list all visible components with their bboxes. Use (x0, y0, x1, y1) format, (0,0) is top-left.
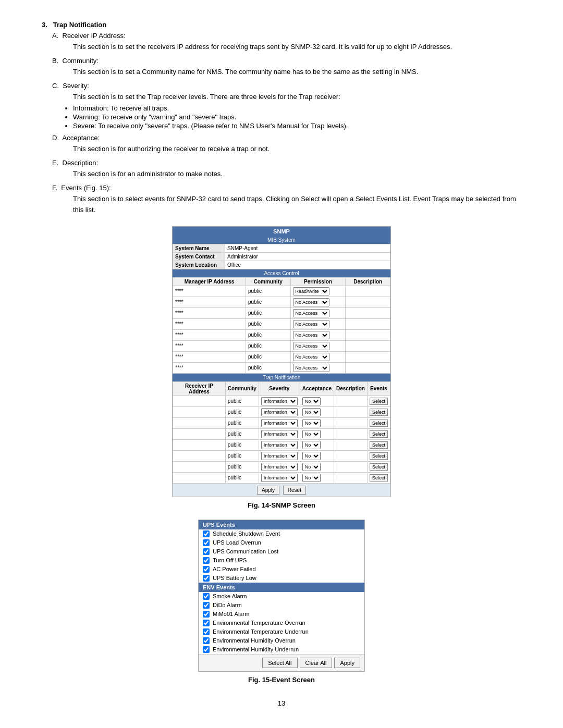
severity-select[interactable]: InformationWarningSevere (261, 430, 298, 438)
severity-select[interactable]: InformationWarningSevere (261, 452, 298, 460)
access-description (346, 362, 390, 373)
trap-events[interactable]: Select (367, 450, 390, 461)
ups-event-checkbox[interactable] (203, 566, 210, 573)
ups-event-checkbox[interactable] (203, 548, 210, 555)
severity-select[interactable]: InformationWarningSevere (261, 397, 298, 405)
trap-acceptance[interactable]: NoYes (300, 417, 334, 428)
acceptance-select[interactable]: NoYes (302, 430, 321, 438)
trap-events[interactable]: Select (367, 406, 390, 417)
trap-severity[interactable]: InformationWarningSevere (259, 472, 300, 483)
trap-severity[interactable]: InformationWarningSevere (259, 461, 300, 472)
permission-select[interactable]: Read/WriteNo AccessRead Only (293, 309, 329, 317)
access-th-community: Community (246, 277, 290, 286)
snmp-reset-button[interactable]: Reset (283, 486, 306, 495)
trap-events[interactable]: Select (367, 472, 390, 483)
apply-button[interactable]: Apply (334, 658, 360, 668)
trap-severity[interactable]: InformationWarningSevere (259, 417, 300, 428)
severity-select[interactable]: InformationWarningSevere (261, 419, 298, 427)
access-permission[interactable]: Read/WriteNo AccessRead Only (290, 297, 346, 307)
ups-event-checkbox[interactable] (203, 530, 210, 537)
ups-event-label: Schedule Shutdown Event (213, 530, 280, 537)
trap-severity[interactable]: InformationWarningSevere (259, 439, 300, 450)
acceptance-select[interactable]: NoYes (302, 452, 321, 460)
permission-select[interactable]: Read/WriteNo AccessRead Only (293, 298, 329, 306)
trap-events[interactable]: Select (367, 439, 390, 450)
env-event-checkbox[interactable] (203, 593, 210, 600)
access-ip: **** (173, 362, 246, 373)
access-community: public (246, 307, 290, 318)
trap-acceptance[interactable]: NoYes (300, 428, 334, 439)
acceptance-select[interactable]: NoYes (302, 397, 321, 405)
trap-ip (173, 396, 226, 406)
acceptance-select[interactable]: NoYes (302, 419, 321, 427)
trap-select-button[interactable]: Select (370, 474, 388, 482)
permission-select[interactable]: Read/WriteNo AccessRead Only (293, 364, 329, 372)
trap-community: public (225, 396, 259, 406)
access-permission[interactable]: Read/WriteNo AccessRead Only (290, 351, 346, 362)
trap-description (334, 396, 367, 406)
trap-acceptance[interactable]: NoYes (300, 450, 334, 461)
trap-severity[interactable]: InformationWarningSevere (259, 450, 300, 461)
trap-select-button[interactable]: Select (370, 409, 388, 416)
clear-all-button[interactable]: Clear All (300, 658, 333, 668)
permission-select[interactable]: Read/WriteNo AccessRead Only (293, 287, 329, 295)
ups-event-checkbox[interactable] (203, 557, 210, 564)
permission-select[interactable]: Read/WriteNo AccessRead Only (293, 320, 329, 328)
severity-select[interactable]: InformationWarningSevere (261, 441, 298, 449)
trap-community: public (225, 450, 259, 461)
trap-section-header: Trap Notification (173, 374, 390, 381)
acceptance-select[interactable]: NoYes (302, 441, 321, 449)
trap-severity[interactable]: InformationWarningSevere (259, 406, 300, 417)
access-permission[interactable]: Read/WriteNo AccessRead Only (290, 329, 346, 340)
acceptance-select[interactable]: NoYes (302, 408, 321, 416)
trap-severity[interactable]: InformationWarningSevere (259, 428, 300, 439)
severity-select[interactable]: InformationWarningSevere (261, 474, 298, 482)
acceptance-select[interactable]: NoYes (302, 474, 321, 482)
trap-acceptance[interactable]: NoYes (300, 461, 334, 472)
trap-severity[interactable]: InformationWarningSevere (259, 396, 300, 406)
trap-select-button[interactable]: Select (370, 463, 388, 471)
trap-acceptance[interactable]: NoYes (300, 439, 334, 450)
trap-row: public InformationWarningSevere NoYes Se… (173, 406, 390, 417)
env-event-checkbox[interactable] (203, 620, 210, 626)
ups-event-checkbox[interactable] (203, 575, 210, 582)
trap-acceptance[interactable]: NoYes (300, 396, 334, 406)
trap-acceptance[interactable]: NoYes (300, 472, 334, 483)
trap-events[interactable]: Select (367, 417, 390, 428)
mib-row-name: System Name SNMP-Agent (173, 244, 390, 252)
trap-row: public InformationWarningSevere NoYes Se… (173, 396, 390, 406)
severity-select[interactable]: InformationWarningSevere (261, 463, 298, 471)
env-event-checkbox[interactable] (203, 611, 210, 618)
select-all-button[interactable]: Select All (262, 658, 297, 668)
access-permission[interactable]: Read/WriteNo AccessRead Only (290, 362, 346, 373)
permission-select[interactable]: Read/WriteNo AccessRead Only (293, 331, 329, 339)
access-permission[interactable]: Read/WriteNo AccessRead Only (290, 286, 346, 297)
ups-events-list: Schedule Shutdown EventUPS Load OverrunU… (199, 529, 364, 583)
permission-select[interactable]: Read/WriteNo AccessRead Only (293, 342, 329, 350)
access-permission[interactable]: Read/WriteNo AccessRead Only (290, 307, 346, 318)
env-event-checkbox[interactable] (203, 628, 210, 635)
item-e: E. Description: This section is for an a… (52, 159, 521, 180)
trap-events[interactable]: Select (367, 428, 390, 439)
snmp-apply-button[interactable]: Apply (257, 486, 279, 495)
trap-row: public InformationWarningSevere NoYes Se… (173, 450, 390, 461)
access-permission[interactable]: Read/WriteNo AccessRead Only (290, 318, 346, 329)
env-event-checkbox[interactable] (203, 646, 210, 653)
trap-description (334, 439, 367, 450)
trap-select-button[interactable]: Select (370, 430, 388, 438)
trap-acceptance[interactable]: NoYes (300, 406, 334, 417)
env-event-checkbox[interactable] (203, 637, 210, 644)
trap-select-button[interactable]: Select (370, 452, 388, 460)
access-permission[interactable]: Read/WriteNo AccessRead Only (290, 340, 346, 351)
ups-event-checkbox[interactable] (203, 539, 210, 546)
trap-events[interactable]: Select (367, 461, 390, 472)
trap-select-button[interactable]: Select (370, 419, 388, 427)
trap-select-button[interactable]: Select (370, 398, 388, 405)
trap-events[interactable]: Select (367, 396, 390, 406)
env-event-checkbox[interactable] (203, 602, 210, 609)
trap-select-button[interactable]: Select (370, 441, 388, 449)
trap-row: public InformationWarningSevere NoYes Se… (173, 417, 390, 428)
severity-select[interactable]: InformationWarningSevere (261, 408, 298, 416)
acceptance-select[interactable]: NoYes (302, 463, 321, 471)
permission-select[interactable]: Read/WriteNo AccessRead Only (293, 353, 329, 361)
